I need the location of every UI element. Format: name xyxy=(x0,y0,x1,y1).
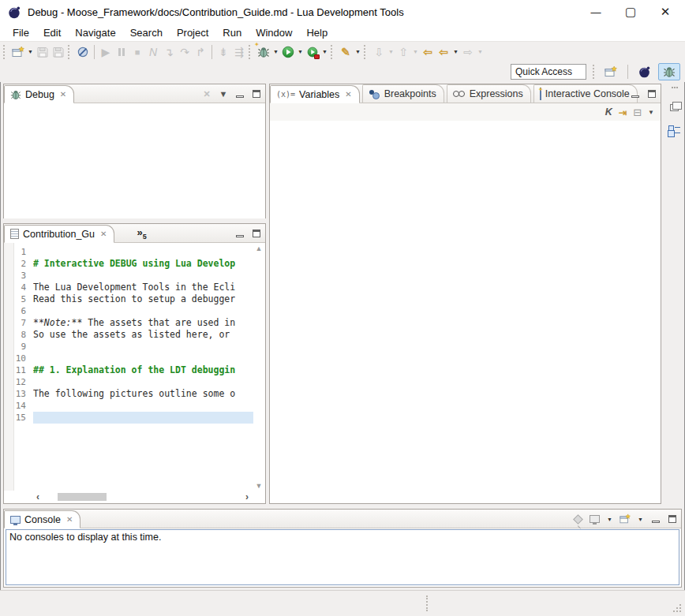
bar-drag-handle[interactable] xyxy=(672,87,678,95)
open-console-button[interactable] xyxy=(619,512,631,526)
maximize-view-button[interactable] xyxy=(667,512,678,526)
new-wizard-dropdown[interactable]: ▼ xyxy=(26,43,35,61)
open-perspective-button[interactable] xyxy=(600,63,622,80)
window-resize-grip[interactable] xyxy=(672,603,683,614)
step-into-button[interactable]: ↴ xyxy=(161,43,177,61)
tab-close-icon[interactable]: ✕ xyxy=(60,90,66,99)
minimize-view-button[interactable] xyxy=(234,87,245,101)
debug-view-body[interactable] xyxy=(4,103,265,218)
tab-console[interactable]: Console ✕ xyxy=(4,510,80,528)
menu-help[interactable]: Help xyxy=(300,25,334,40)
tab-close-icon[interactable]: ✕ xyxy=(66,515,73,524)
perspective-debug-button[interactable] xyxy=(658,63,680,80)
menu-window[interactable]: Window xyxy=(249,25,298,40)
tab-expressions[interactable]: Expressions xyxy=(447,84,531,103)
toolbar-drag-handle[interactable] xyxy=(593,65,597,79)
tab-variables[interactable]: (x)= Variables ✕ xyxy=(270,85,360,103)
minimize-view-button[interactable] xyxy=(630,87,641,101)
toolbar-drag-handle[interactable] xyxy=(364,45,368,59)
disconnect-button[interactable]: N xyxy=(145,43,161,61)
back-button[interactable]: ⇦ xyxy=(436,43,451,61)
editor-horizontal-scrollbar[interactable]: ‹ › xyxy=(32,491,253,502)
step-over-button[interactable]: ↷ xyxy=(177,43,193,61)
tab-breakpoints[interactable]: Breakpoints xyxy=(362,84,444,103)
perspective-ldt-button[interactable] xyxy=(634,63,656,80)
back-dropdown[interactable]: ▼ xyxy=(451,43,460,61)
show-type-names-button[interactable]: K xyxy=(605,106,612,118)
pin-console-button[interactable] xyxy=(572,512,583,526)
run-button[interactable] xyxy=(280,43,296,61)
menu-run[interactable]: Run xyxy=(216,25,248,40)
editor-code-area[interactable]: 1 2# Interactive DEBUG using Lua Develop… xyxy=(14,246,253,424)
scroll-right-icon[interactable]: › xyxy=(241,491,253,502)
annotation-ruler[interactable] xyxy=(4,243,14,491)
show-logical-structure-button[interactable]: ⇥ xyxy=(619,106,627,118)
menu-navigate[interactable]: Navigate xyxy=(69,25,122,40)
window-minimize-button[interactable]: — xyxy=(587,6,605,18)
maximize-view-button[interactable] xyxy=(646,87,657,101)
step-return-button[interactable]: ↱ xyxy=(193,43,208,61)
restore-view-button[interactable] xyxy=(667,99,682,115)
scroll-down-icon[interactable]: ▼ xyxy=(256,482,263,490)
remove-terminated-launches-button[interactable]: ✕ xyxy=(201,87,212,101)
outline-view-button[interactable] xyxy=(667,121,682,137)
scrollbar-thumb[interactable] xyxy=(58,493,107,501)
drop-to-frame-button[interactable]: ⇟ xyxy=(215,43,231,61)
maximize-view-button[interactable] xyxy=(251,87,262,101)
minimize-view-button[interactable] xyxy=(234,226,245,241)
toolbar-drag-handle[interactable] xyxy=(331,45,335,59)
resume-button[interactable]: ▶ xyxy=(98,43,114,61)
debug-button[interactable]: ✦ xyxy=(256,43,271,61)
forward-button[interactable]: ⇨ xyxy=(460,43,476,61)
external-tools-button[interactable]: ✎ xyxy=(338,43,354,61)
menu-edit[interactable]: Edit xyxy=(37,25,67,40)
scrollbar-track[interactable] xyxy=(43,491,241,502)
menu-project[interactable]: Project xyxy=(170,25,215,40)
menu-file[interactable]: File xyxy=(6,25,36,40)
save-button[interactable] xyxy=(35,43,51,61)
tab-interactive-console[interactable]: ✦ Interactive Console xyxy=(533,84,638,103)
tab-contribution-guide[interactable]: Contribution_Gu ✕ xyxy=(4,225,114,243)
external-tools-dropdown[interactable]: ▼ xyxy=(354,43,362,61)
previous-annotation-button[interactable]: ⇧ xyxy=(395,43,411,61)
menu-search[interactable]: Search xyxy=(124,25,169,40)
run-dropdown[interactable]: ▼ xyxy=(296,43,305,61)
minimize-view-button[interactable] xyxy=(650,512,661,526)
terminate-button[interactable]: ■ xyxy=(129,43,145,61)
quick-access-input[interactable]: Quick Access xyxy=(511,64,586,80)
next-annotation-button[interactable]: ⇩ xyxy=(371,43,387,61)
editor-tab-overflow[interactable]: »5 xyxy=(137,226,146,242)
editor-vertical-scrollbar[interactable]: ▲ ▼ xyxy=(253,245,264,490)
suspend-button[interactable] xyxy=(114,43,129,61)
save-all-button[interactable] xyxy=(51,43,66,61)
toolbar-drag-handle[interactable] xyxy=(3,45,7,59)
variables-view-body[interactable] xyxy=(270,121,661,502)
new-wizard-button[interactable] xyxy=(10,43,26,61)
scroll-left-icon[interactable]: ‹ xyxy=(32,491,43,502)
collapse-all-button[interactable]: ⊟ xyxy=(633,106,642,118)
window-close-button[interactable]: ✕ xyxy=(657,5,674,19)
toolbar-drag-handle[interactable] xyxy=(68,45,72,59)
sash-drag-handle[interactable] xyxy=(426,595,429,611)
use-step-filters-button[interactable]: ⇶ xyxy=(231,43,247,61)
window-maximize-button[interactable]: ▢ xyxy=(622,5,639,19)
last-edit-location-button[interactable]: ⇦ xyxy=(420,43,436,61)
run-coverage-button[interactable] xyxy=(305,43,320,61)
skip-all-breakpoints-button[interactable] xyxy=(75,43,91,61)
tab-close-icon[interactable]: ✕ xyxy=(100,230,107,238)
scroll-up-icon[interactable]: ▲ xyxy=(256,245,263,252)
tab-close-icon[interactable]: ✕ xyxy=(345,90,351,99)
view-menu-button[interactable]: ▼ xyxy=(648,109,654,116)
previous-annotation-dropdown[interactable]: ▼ xyxy=(411,43,420,61)
open-console-dropdown[interactable]: ▼ xyxy=(636,510,645,528)
editor-body[interactable]: 1 2# Interactive DEBUG using Lua Develop… xyxy=(4,243,265,503)
next-annotation-dropdown[interactable]: ▼ xyxy=(387,43,395,61)
view-menu-button[interactable]: ▼ xyxy=(218,87,229,101)
toolbar-drag-handle[interactable] xyxy=(249,45,253,59)
display-selected-console-button[interactable] xyxy=(589,512,600,526)
display-console-dropdown[interactable]: ▼ xyxy=(605,510,614,528)
debug-dropdown[interactable]: ▼ xyxy=(271,43,280,61)
maximize-view-button[interactable] xyxy=(251,226,262,241)
run-coverage-dropdown[interactable]: ▼ xyxy=(320,43,329,61)
forward-dropdown[interactable]: ▼ xyxy=(476,43,485,61)
